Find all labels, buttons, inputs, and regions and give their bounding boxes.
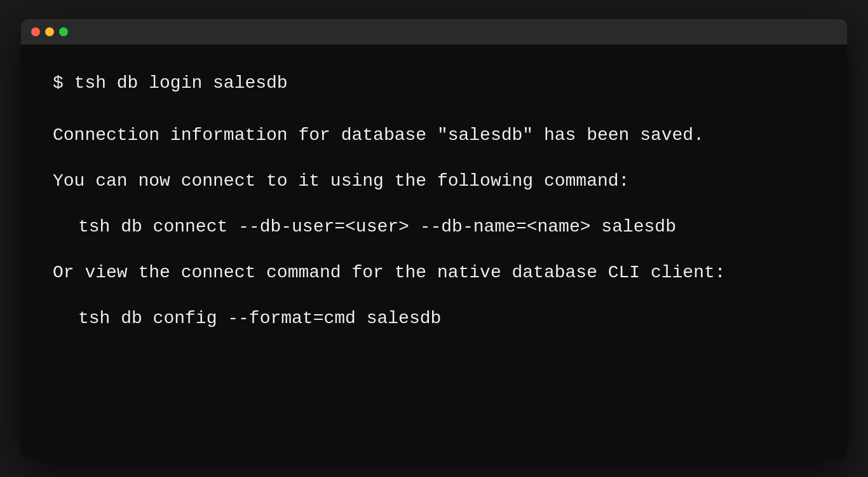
- output-line-2: You can now connect to it using the foll…: [53, 168, 815, 195]
- config-command-text: tsh db config --format=cmd salesdb: [78, 308, 441, 328]
- terminal-body: $ tsh db login salesdb Connection inform…: [21, 45, 847, 377]
- output-line-1: Connection information for database "sal…: [53, 122, 815, 149]
- terminal-window: $ tsh db login salesdb Connection inform…: [21, 19, 847, 458]
- title-bar: [21, 19, 847, 45]
- minimize-button[interactable]: [45, 27, 54, 36]
- maximize-button[interactable]: [59, 27, 68, 36]
- command-line: $ tsh db login salesdb: [53, 70, 815, 97]
- native-cli-text: Or view the connect command for the nati…: [53, 263, 726, 282]
- config-command: tsh db config --format=cmd salesdb: [53, 305, 815, 332]
- connect-prompt-text: You can now connect to it using the foll…: [53, 171, 629, 191]
- connect-command: tsh db connect --db-user=<user> --db-nam…: [53, 214, 815, 240]
- connect-command-text: tsh db connect --db-user=<user> --db-nam…: [78, 217, 676, 237]
- command-text: $ tsh db login salesdb: [53, 73, 288, 93]
- output-line-4: Or view the connect command for the nati…: [53, 259, 815, 286]
- connection-info-text: Connection information for database "sal…: [53, 125, 704, 145]
- close-button[interactable]: [31, 27, 40, 36]
